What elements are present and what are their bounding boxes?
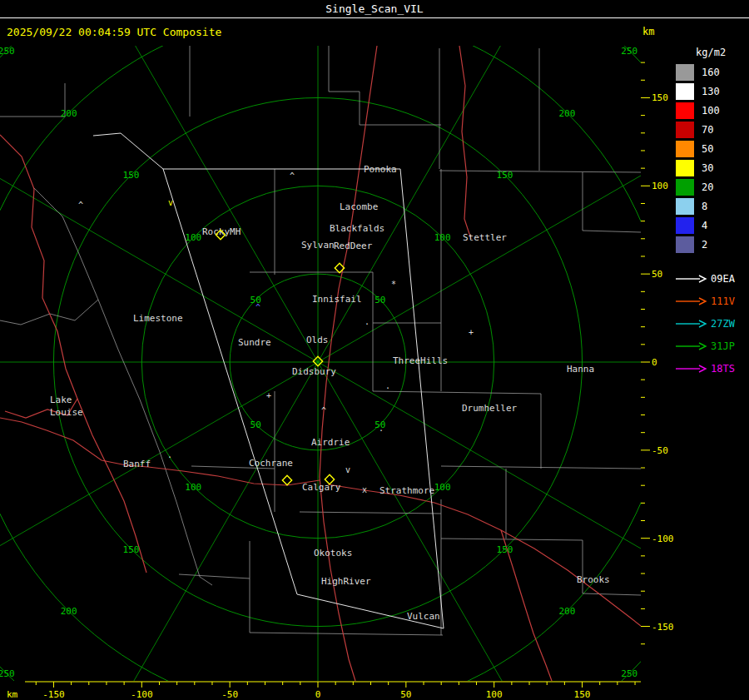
colorbar-entry: 4 — [676, 216, 749, 235]
city-label: Hanna — [567, 364, 594, 375]
main-content: 5050505010010010010015015015015020020020… — [0, 46, 749, 681]
storm-track-row: 111V — [676, 290, 749, 312]
boundary-line — [441, 539, 583, 540]
range-label: 250 — [621, 668, 637, 679]
map-marker: . — [167, 450, 172, 459]
map-marker: + — [266, 391, 271, 400]
arrow-head — [699, 276, 706, 282]
storm-track-arrow-icon — [676, 274, 707, 284]
y-tick-label: 100 — [652, 181, 668, 191]
y-tick-label: 0 — [652, 357, 657, 368]
y-tick-label: -100 — [652, 534, 674, 544]
colorbar-entry: 100 — [676, 101, 749, 120]
colorbar-swatch — [676, 217, 694, 234]
map-marker: ^ — [290, 171, 295, 181]
x-tick-label: 100 — [486, 689, 503, 700]
storm-track-id: 09EA — [711, 273, 735, 285]
colorbar-entry: 2 — [676, 235, 749, 254]
city-label: Blackfalds — [330, 223, 384, 234]
arrow-head — [699, 320, 706, 327]
storm-track-arrow-icon — [676, 364, 707, 374]
colorbar-swatch — [676, 160, 694, 176]
colorbar-entry: 20 — [676, 177, 749, 196]
colorbar-swatch — [676, 122, 694, 138]
map-marker: . — [379, 424, 384, 433]
colorbar-entry: 30 — [676, 158, 749, 177]
boundary-line — [583, 540, 641, 595]
city-label: Cochrane — [249, 458, 293, 469]
range-label: 250 — [0, 668, 15, 679]
y-tick-label: 150 — [652, 92, 668, 103]
boundary-line — [250, 633, 443, 635]
coverage-segment — [93, 133, 163, 169]
colorbar-swatch — [676, 236, 694, 253]
colorbar-value: 4 — [702, 220, 707, 231]
storm-cell-marker — [282, 475, 291, 484]
x-tick-label: 0 — [315, 689, 321, 700]
city-label: Airdrie — [311, 437, 350, 448]
storm-track-id: 18TS — [711, 363, 735, 375]
storm-track-row: 27ZW — [676, 312, 749, 335]
header-bar: 2025/09/22 00:04:59 UTC Composite km — [0, 18, 749, 46]
map-marker: v — [168, 198, 173, 207]
storm-track-id: 27ZW — [711, 318, 735, 330]
map-marker: ^ — [78, 201, 83, 210]
storm-track-id: 31JP — [711, 340, 735, 352]
colorbar-swatch — [676, 198, 694, 215]
highway-line — [0, 135, 77, 418]
colorbar-value: 70 — [702, 124, 713, 136]
city-label: Innisfail — [312, 294, 362, 305]
boundary-line — [33, 187, 212, 585]
radar-app-window: Single_Scan_VIL 2025/09/22 00:04:59 UTC … — [0, 0, 749, 700]
colorbar-swatch — [676, 179, 694, 196]
range-label: 150 — [497, 170, 513, 181]
colorbar-entry: 70 — [676, 120, 749, 139]
boundary-line — [0, 83, 65, 117]
storm-track-row: 18TS — [676, 357, 749, 380]
storm-track-arrow-icon — [676, 296, 707, 306]
colorbar-value: 2 — [702, 239, 707, 251]
range-label: 100 — [185, 482, 201, 493]
colorbar-value: 50 — [702, 143, 713, 155]
colorbar-swatch — [676, 141, 694, 157]
city-label: RedDeer — [334, 241, 373, 251]
x-tick-label: 150 — [574, 689, 591, 700]
map-marker: . — [365, 317, 370, 326]
city-label: Ponoka — [364, 164, 397, 175]
colorbar-swatch — [676, 102, 694, 119]
range-label: 100 — [434, 232, 451, 243]
y-axis-unit-label: km — [642, 26, 654, 37]
map-marker: x — [362, 485, 367, 494]
x-axis-unit: km — [7, 689, 18, 700]
radar-map[interactable]: 5050505010010010010015015015015020020020… — [0, 46, 641, 681]
colorbar-entry: 130 — [676, 82, 749, 101]
colorbar-swatch — [676, 64, 694, 81]
y-tick-label: -150 — [652, 622, 674, 633]
colorbar-value: 8 — [702, 201, 707, 212]
colorbar: 16013010070503020842 — [676, 62, 749, 254]
storm-track-id: 111V — [711, 295, 735, 307]
boundary-line — [300, 512, 441, 514]
side-panel: kg/m2 16013010070503020842 09EA111V27ZW3… — [676, 46, 749, 681]
map-marker: ^ — [321, 406, 326, 415]
colorbar-entry: 50 — [676, 139, 749, 158]
x-axis: -150-100-50050100150km — [0, 681, 749, 700]
colorbar-value: 20 — [702, 181, 713, 193]
arrow-head — [699, 298, 706, 305]
y-tick-label: -50 — [652, 445, 668, 456]
city-label: Drumheller — [462, 403, 518, 414]
colorbar-value: 30 — [702, 162, 713, 174]
storm-track-row: 31JP — [676, 335, 749, 357]
colorbar-entry: 160 — [676, 62, 749, 82]
city-label: Brooks — [577, 574, 610, 585]
x-tick-label: -50 — [221, 689, 238, 700]
city-label: Banff — [123, 459, 151, 469]
coverage-outline — [163, 169, 444, 628]
arrow-head — [699, 365, 706, 372]
colorbar-swatch — [676, 83, 694, 100]
city-label: Sylvan — [301, 240, 335, 251]
colorbar-value: 130 — [702, 86, 720, 97]
x-tick-label: -100 — [131, 689, 153, 700]
colorbar-unit-label: kg/m2 — [696, 47, 749, 58]
city-label: Calgary — [302, 482, 341, 493]
